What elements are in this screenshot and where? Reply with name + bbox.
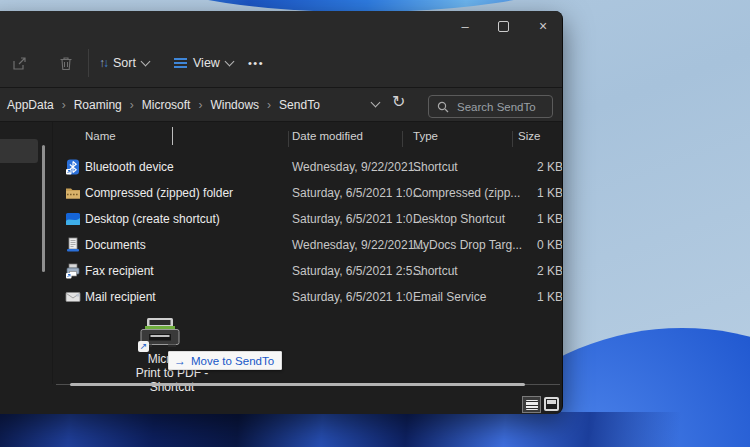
file-row[interactable]: Mail recipient Saturday, 6/5/2021 1:0...… [55,284,562,310]
breadcrumb: AppData › Roaming › Microsoft › Windows … [7,88,320,121]
file-type: Email Service [413,290,486,304]
file-size: 1 KB [537,186,563,200]
column-header-name[interactable]: Name [85,130,116,142]
pane-separator [52,122,53,384]
file-row[interactable]: Compressed (zipped) folder Saturday, 6/5… [55,180,562,206]
chevron-down-icon [140,57,150,67]
sort-icon: ↑↓ [99,57,107,69]
move-arrow-icon: → [174,354,186,368]
share-button[interactable] [12,47,27,79]
breadcrumb-item-appdata[interactable]: AppData [7,98,54,112]
drag-tooltip: → Move to SendTo [168,351,282,370]
sort-button[interactable]: ↑↓ Sort [99,47,149,79]
column-header-size[interactable]: Size [518,130,540,142]
view-label: View [193,56,220,70]
file-row[interactable]: Documents Wednesday, 9/22/2021... MyDocs… [55,232,562,258]
wallpaper-bloom-folds [0,412,700,447]
file-explorer-window: – × ↑↓ Sort View ••• [0,11,563,414]
breadcrumb-item-microsoft[interactable]: Microsoft [142,98,191,112]
file-size: 2 KB [537,160,563,174]
file-row[interactable]: Bluetooth device Wednesday, 9/22/2021...… [55,154,562,180]
search-box[interactable] [428,95,553,118]
close-button[interactable]: × [524,13,562,39]
shortcut-arrow-icon: ↗ [138,341,149,352]
chevron-down-icon [224,57,234,67]
refresh-icon[interactable]: ↻ [392,92,405,111]
more-icon: ••• [248,57,264,69]
drag-tooltip-text: Move to SendTo [191,355,274,367]
delete-button[interactable] [59,47,73,79]
documents-icon [65,237,81,253]
desktop-icon [65,211,81,227]
bluetooth-icon [65,159,81,175]
maximize-button[interactable] [484,13,522,39]
file-date: Saturday, 6/5/2021 1:0... [292,212,423,226]
file-type: Shortcut [413,264,458,278]
file-name: Desktop (create shortcut) [85,212,220,226]
thumbnails-view-button[interactable] [544,397,559,411]
sort-label: Sort [113,56,136,70]
minimize-button[interactable]: – [446,13,484,39]
fax-icon [65,263,81,279]
breadcrumb-chevron-icon: › [62,98,66,112]
file-name: Bluetooth device [85,160,174,174]
column-resize-handle[interactable] [512,131,513,147]
nav-pane-selected-item[interactable] [0,139,38,163]
column-resize-handle[interactable] [402,131,403,147]
thumbnails-view-icon [547,400,556,404]
breadcrumb-item-roaming[interactable]: Roaming [74,98,122,112]
column-header-date[interactable]: Date modified [292,130,363,142]
file-row[interactable]: Fax recipient Saturday, 6/5/2021 2:5... … [55,258,562,284]
zip-folder-icon [65,185,81,201]
file-size: 1 KB [537,212,563,226]
file-date: Saturday, 6/5/2021 1:0... [292,186,423,200]
file-type: Desktop Shortcut [413,212,505,226]
file-type: MyDocs Drop Targ... [413,238,522,252]
details-view-icon [526,400,538,410]
column-resize-handle[interactable] [288,131,289,147]
breadcrumb-item-windows[interactable]: Windows [210,98,259,112]
horizontal-scrollbar-thumb[interactable] [70,383,525,386]
file-name: Mail recipient [85,290,156,304]
minimize-icon: – [461,19,468,34]
file-date: Saturday, 6/5/2021 1:0... [292,290,423,304]
toolbar-separator [88,49,89,77]
file-date: Saturday, 6/5/2021 2:5... [292,264,423,278]
search-icon [437,101,449,113]
file-name: Compressed (zipped) folder [85,186,233,200]
breadcrumb-chevron-icon: › [267,98,271,112]
file-date: Wednesday, 9/22/2021... [292,238,424,252]
trash-icon [59,56,73,71]
details-view-button[interactable] [522,396,541,413]
file-type: Shortcut [413,160,458,174]
maximize-icon [498,21,509,32]
screen: – × ↑↓ Sort View ••• [0,0,750,447]
mail-icon [65,289,81,305]
sort-ascending-icon [172,127,173,145]
file-name: Fax recipient [85,264,154,278]
view-icon [174,58,187,69]
see-more-button[interactable]: ••• [248,47,264,79]
addressbar-divider [0,121,562,122]
file-date: Wednesday, 9/22/2021... [292,160,424,174]
file-size: 1 KB [537,290,563,304]
file-name: Documents [85,238,146,252]
column-header-type[interactable]: Type [413,130,438,142]
file-row[interactable]: Desktop (create shortcut) Saturday, 6/5/… [55,206,562,232]
file-type: Compressed (zipp... [413,186,520,200]
search-input[interactable] [455,100,549,114]
breadcrumb-chevron-icon: › [198,98,202,112]
file-size: 0 KB [537,238,563,252]
share-icon [12,56,27,71]
nav-pane-scrollbar[interactable] [42,145,45,272]
breadcrumb-chevron-icon: › [130,98,134,112]
close-icon: × [539,18,547,34]
view-button[interactable]: View [174,47,233,79]
breadcrumb-item-sendto[interactable]: SendTo [279,98,320,112]
file-size: 2 KB [537,264,563,278]
